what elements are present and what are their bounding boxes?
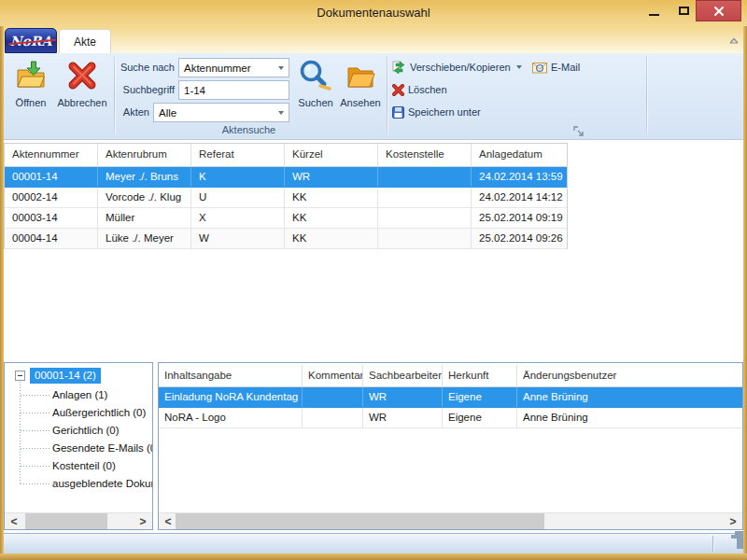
folder-tree-panel: 00001-14 (2) Anlagen (1) Außergerichtlic… <box>4 362 153 530</box>
small-red-x-icon <box>392 84 404 96</box>
view-button[interactable]: Ansehen <box>337 56 384 123</box>
column-header-referat[interactable]: Referat <box>191 144 285 166</box>
cell: KK <box>285 188 378 207</box>
column-header-kommentar[interactable]: Kommentar <box>303 365 363 386</box>
email-button[interactable]: E-Mail <box>532 58 580 77</box>
tab-akte[interactable]: Akte <box>59 29 111 53</box>
save-as-button[interactable]: Speichern unter <box>392 103 481 121</box>
cell: Meyer ./. Bruns <box>98 167 191 187</box>
documents-panel: Inhaltsangabe Kommentar Sachbearbeiter H… <box>158 362 743 530</box>
tree-item-anlagen[interactable]: Anlagen (1) <box>52 386 107 404</box>
group-separator <box>387 56 388 134</box>
cell: Eigene <box>443 387 517 407</box>
table-row[interactable]: Einladung NoRA Kundentag 2014 WR Eigene … <box>159 387 742 408</box>
table-row[interactable]: 00002-14 Vorcode ./. Klug U KK 24.02.201… <box>5 188 567 208</box>
cell: KK <box>285 208 378 228</box>
search-by-value: Aktennummer <box>184 63 251 74</box>
column-header-aenderungsbenutzer[interactable]: Änderungsbenutzer <box>517 365 742 386</box>
dialog-window: Dokumentenauswahl NoRA Akte Öffnen <box>0 0 747 560</box>
delete-button[interactable]: Löschen <box>392 80 447 99</box>
minimize-button[interactable] <box>641 0 667 21</box>
chevron-down-icon <box>278 111 284 115</box>
files-filter-select[interactable]: Alle <box>153 103 289 122</box>
column-header-kuerzel[interactable]: Kürzel <box>285 144 378 166</box>
window-border <box>0 26 4 560</box>
dialog-launcher-button[interactable] <box>573 124 585 141</box>
column-header-kostenstelle[interactable]: Kostenstelle <box>378 144 472 166</box>
column-header-aktennummer[interactable]: Aktennummer <box>5 144 98 166</box>
cell: 00003-14 <box>5 208 98 228</box>
table-row[interactable]: 00001-14 Meyer ./. Bruns K WR 24.02.2014… <box>5 167 567 188</box>
maximize-button[interactable] <box>670 0 697 21</box>
group-separator <box>114 56 115 134</box>
cell: 24.02.2014 13:59 <box>472 167 567 187</box>
tree-item-kostenteil[interactable]: Kostenteil (0) <box>52 457 116 475</box>
cell: U <box>191 188 285 207</box>
cell: Vorcode ./. Klug <box>98 188 191 207</box>
application-menu-tab[interactable]: NoRA <box>5 28 57 53</box>
tree-item-ausgeblendete[interactable]: ausgeblendete Dokumente <box>52 475 153 493</box>
cell: 24.02.2014 14:12 <box>472 188 567 207</box>
save-as-label: Speichern unter <box>408 106 481 118</box>
corner-arrow-icon <box>573 126 585 137</box>
tree-collapse-icon[interactable] <box>15 371 25 381</box>
scrollbar-thumb[interactable] <box>25 513 107 529</box>
tree-item-gerichtlich[interactable]: Gerichtlich (0) <box>52 422 120 440</box>
tree-root-item[interactable]: 00001-14 (2) <box>30 368 101 384</box>
scroll-right-icon[interactable]: > <box>726 513 740 529</box>
tree-horizontal-scrollbar[interactable]: < > <box>5 512 152 529</box>
cell: NoRA - Logo <box>159 408 303 427</box>
cancel-button[interactable]: Abbrechen <box>53 56 111 123</box>
group-separator <box>646 56 647 134</box>
search-button[interactable]: Suchen <box>294 56 337 123</box>
nora-logo-icon: NoRA <box>10 34 52 49</box>
status-bar <box>4 533 743 553</box>
tree-item-gesendete-emails[interactable]: Gesendete E-Mails (0) <box>52 440 153 457</box>
resize-grip[interactable] <box>726 539 737 549</box>
column-header-aktenrubrum[interactable]: Aktenrubrum <box>98 144 191 166</box>
move-copy-button[interactable]: Verschieben/Kopieren <box>392 58 522 77</box>
tree-connector <box>21 466 49 467</box>
close-button[interactable] <box>696 0 741 21</box>
delete-label: Löschen <box>408 84 447 95</box>
search-by-select[interactable]: Aktennummer <box>178 58 289 77</box>
cell <box>378 188 472 207</box>
files-filter-value: Alle <box>159 107 176 119</box>
search-term-value: 1-14 <box>184 85 205 96</box>
scrollbar-thumb[interactable] <box>176 513 544 529</box>
open-button[interactable]: Öffnen <box>9 56 52 123</box>
collapse-ribbon-button[interactable] <box>726 34 742 47</box>
cell <box>378 229 472 248</box>
column-header-sachbearbeiter[interactable]: Sachbearbeiter <box>363 365 443 386</box>
cell: Müller <box>98 208 191 228</box>
cell: K <box>191 167 285 187</box>
cases-table: Aktennummer Aktenrubrum Referat Kürzel K… <box>4 143 568 249</box>
minimize-icon <box>649 14 659 16</box>
cell: 00004-14 <box>5 229 98 248</box>
table-row[interactable]: NoRA - Logo WR Eigene Anne Brüning <box>159 408 742 428</box>
orange-folder-icon <box>345 56 376 95</box>
cell: X <box>191 208 285 228</box>
documents-horizontal-scrollbar[interactable]: < > <box>159 512 742 529</box>
open-label: Öffnen <box>16 97 47 108</box>
email-label: E-Mail <box>551 62 580 73</box>
status-bar-divider <box>712 536 713 553</box>
green-arrows-icon <box>392 61 406 74</box>
folder-with-green-arrow-icon <box>15 56 47 95</box>
column-header-anlagedatum[interactable]: Anlagedatum <box>472 144 567 166</box>
move-copy-label: Verschieben/Kopieren <box>410 62 511 73</box>
scroll-right-icon[interactable]: > <box>135 513 150 529</box>
chevron-down-icon <box>278 66 284 70</box>
column-header-herkunft[interactable]: Herkunft <box>443 365 517 386</box>
table-row[interactable]: 00004-14 Lüke ./. Meyer W KK 25.02.2014 … <box>5 229 567 249</box>
documents-table-header: Inhaltsangabe Kommentar Sachbearbeiter H… <box>159 365 742 387</box>
tree-item-aussergerichtlich[interactable]: Außergerichtlich (0) <box>52 404 146 422</box>
window-title: Dokumentenauswahl <box>0 6 747 20</box>
red-x-icon <box>66 56 98 95</box>
table-row[interactable]: 00003-14 Müller X KK 25.02.2014 09:19 <box>5 208 567 229</box>
cell: WR <box>285 167 378 187</box>
scroll-left-icon[interactable]: < <box>7 513 21 529</box>
scroll-left-icon[interactable]: < <box>161 513 176 529</box>
column-header-inhaltsangabe[interactable]: Inhaltsangabe <box>159 365 303 386</box>
search-term-input[interactable]: 1-14 <box>178 80 289 100</box>
